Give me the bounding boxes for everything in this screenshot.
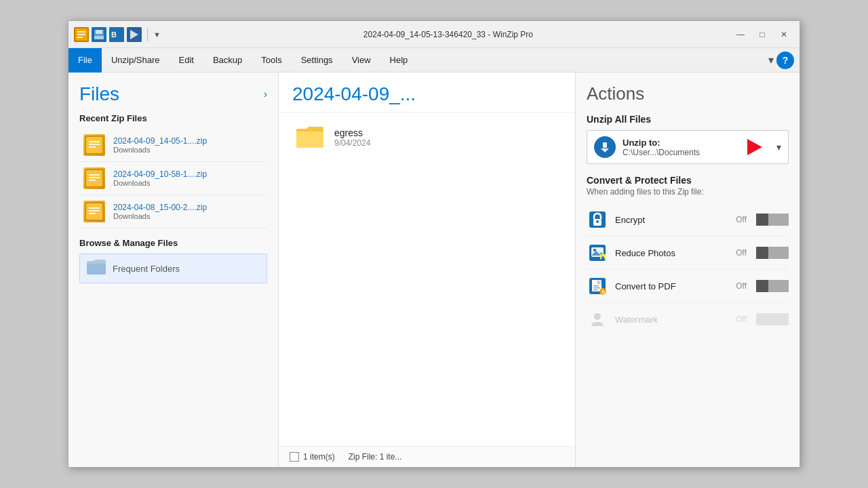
menu-item-help[interactable]: Help bbox=[380, 48, 418, 73]
list-item[interactable]: 2024-04-08_15-00-2....zip Downloads bbox=[79, 195, 267, 228]
file-name: egress bbox=[334, 127, 370, 138]
svg-rect-21 bbox=[89, 177, 100, 178]
browse-section: Browse & Manage Files Frequent Folders bbox=[79, 238, 267, 283]
svg-rect-45 bbox=[593, 287, 600, 289]
app-icon-book: B bbox=[109, 27, 124, 42]
unzip-icon bbox=[594, 136, 616, 158]
svg-rect-15 bbox=[89, 141, 100, 142]
svg-rect-29 bbox=[603, 142, 607, 148]
browse-heading: Browse & Manage Files bbox=[79, 238, 267, 248]
menu-item-edit[interactable]: Edit bbox=[170, 48, 203, 73]
app-icon-book2 bbox=[127, 27, 142, 42]
title-bar-divider bbox=[147, 28, 148, 41]
unzip-heading: Unzip All Files bbox=[587, 114, 789, 125]
quick-access-arrow[interactable]: ▼ bbox=[153, 30, 161, 39]
ribbon-toggle-icon[interactable]: ▾ bbox=[768, 54, 774, 66]
zip-item-name: 2024-04-09_10-58-1....zip bbox=[113, 169, 207, 179]
svg-rect-25 bbox=[89, 207, 100, 209]
svg-rect-4 bbox=[77, 37, 83, 38]
zip-item-name: 2024-04-08_15-00-2....zip bbox=[113, 203, 207, 212]
convert-pdf-icon: ↻ bbox=[587, 275, 608, 297]
main-content: Files › Recent Zip Files bbox=[68, 73, 800, 467]
encrypt-status: Off bbox=[736, 215, 747, 224]
svg-rect-27 bbox=[89, 213, 96, 214]
frequent-folders-label: Frequent Folders bbox=[113, 264, 180, 274]
svg-point-49 bbox=[594, 313, 601, 320]
zip-file-icon bbox=[82, 199, 106, 224]
frequent-folders-item[interactable]: Frequent Folders bbox=[79, 253, 267, 283]
maximize-button[interactable]: □ bbox=[752, 26, 772, 43]
minimize-button[interactable]: — bbox=[730, 26, 751, 43]
zip-file-info: Zip File: 1 ite... bbox=[349, 452, 402, 462]
window-controls: — □ ✕ bbox=[730, 26, 794, 43]
svg-point-36 bbox=[593, 249, 596, 251]
expand-arrow-icon[interactable]: › bbox=[264, 88, 267, 100]
svg-rect-46 bbox=[593, 289, 597, 291]
zip-file-icon bbox=[82, 133, 106, 157]
close-button[interactable]: ✕ bbox=[774, 26, 794, 43]
watermark-icon bbox=[587, 308, 608, 330]
svg-rect-7 bbox=[96, 30, 102, 34]
svg-rect-26 bbox=[89, 210, 100, 211]
zip-file-icon bbox=[82, 166, 106, 190]
app-icon-zip bbox=[74, 27, 89, 42]
select-all-checkbox[interactable] bbox=[290, 452, 299, 462]
title-bar-icons: B ▼ bbox=[74, 27, 161, 42]
menu-bar: File Unzip/Share Edit Backup Tools Setti… bbox=[68, 48, 800, 73]
menu-right: ▾ ? bbox=[768, 52, 800, 69]
files-panel-title: Files › bbox=[79, 83, 267, 105]
watermark-label: Watermark bbox=[615, 314, 729, 325]
svg-text:B: B bbox=[111, 30, 117, 39]
encrypt-icon bbox=[587, 209, 608, 230]
zip-item-info: 2024-04-09_14-05-1....zip Downloads bbox=[113, 136, 207, 154]
reduce-photos-toggle[interactable] bbox=[756, 247, 789, 259]
menu-item-view[interactable]: View bbox=[342, 48, 380, 73]
encrypt-action-row: Encrypt Off bbox=[587, 203, 789, 237]
list-item[interactable]: 2024-04-09_10-58-1....zip Downloads bbox=[79, 162, 267, 195]
svg-rect-44 bbox=[593, 285, 599, 287]
convert-pdf-label: Convert to PDF bbox=[615, 281, 729, 291]
menu-item-backup[interactable]: Backup bbox=[203, 48, 252, 73]
watermark-action-row: Watermark Off bbox=[587, 303, 789, 336]
reduce-photos-icon bbox=[587, 242, 608, 264]
convert-pdf-status: Off bbox=[736, 281, 747, 291]
folder-icon bbox=[87, 260, 106, 277]
help-button[interactable]: ? bbox=[776, 52, 794, 69]
file-date: 9/04/2024 bbox=[334, 138, 370, 148]
menu-item-settings[interactable]: Settings bbox=[292, 48, 342, 73]
title-bar: B ▼ 2024-04-09_14-05-13-346420_33 - WinZ… bbox=[68, 21, 800, 48]
encrypt-label: Encrypt bbox=[615, 215, 729, 225]
svg-rect-20 bbox=[89, 174, 100, 176]
watermark-status: Off bbox=[736, 314, 747, 324]
convert-pdf-action-row: ↻ Convert to PDF Off bbox=[587, 270, 789, 303]
list-item[interactable]: 2024-04-09_14-05-1....zip Downloads bbox=[79, 129, 267, 162]
item-count: 1 item(s) bbox=[303, 452, 335, 462]
archive-title: 2024-04-09_... bbox=[279, 73, 575, 113]
file-list: egress 9/04/2024 bbox=[279, 113, 575, 446]
dropdown-chevron-icon[interactable]: ▾ bbox=[776, 142, 781, 152]
svg-point-33 bbox=[596, 220, 599, 223]
menu-item-tools[interactable]: Tools bbox=[252, 48, 291, 73]
right-panel: Actions Unzip All Files Unzip to: C:\Use… bbox=[576, 73, 800, 467]
convert-heading: Convert & Protect Files bbox=[587, 175, 789, 186]
window-title: 2024-04-09_14-05-13-346420_33 - WinZip P… bbox=[166, 30, 730, 39]
main-window: B ▼ 2024-04-09_14-05-13-346420_33 - WinZ… bbox=[68, 20, 800, 468]
encrypt-toggle[interactable] bbox=[756, 214, 789, 226]
svg-rect-8 bbox=[94, 36, 104, 39]
reduce-photos-status: Off bbox=[736, 248, 747, 258]
app-icon-save bbox=[92, 27, 106, 42]
svg-rect-17 bbox=[89, 146, 96, 148]
select-all-area: 1 item(s) bbox=[290, 452, 335, 462]
menu-item-file[interactable]: File bbox=[68, 48, 102, 73]
left-panel: Files › Recent Zip Files bbox=[68, 73, 279, 467]
unzip-to-button[interactable]: Unzip to: C:\User...\Documents ▾ bbox=[587, 130, 789, 164]
reduce-photos-label: Reduce Photos bbox=[615, 248, 729, 258]
svg-rect-2 bbox=[77, 31, 85, 33]
convert-pdf-toggle[interactable] bbox=[756, 280, 789, 292]
center-footer: 1 item(s) Zip File: 1 ite... bbox=[279, 446, 575, 467]
center-panel: 2024-04-09_... egress 9/04/2024 bbox=[279, 73, 576, 467]
menu-item-unzip[interactable]: Unzip/Share bbox=[102, 48, 170, 73]
reduce-photos-action-row: Reduce Photos Off bbox=[587, 237, 789, 270]
list-item[interactable]: egress 9/04/2024 bbox=[292, 119, 561, 156]
recent-zip-heading: Recent Zip Files bbox=[79, 113, 267, 123]
